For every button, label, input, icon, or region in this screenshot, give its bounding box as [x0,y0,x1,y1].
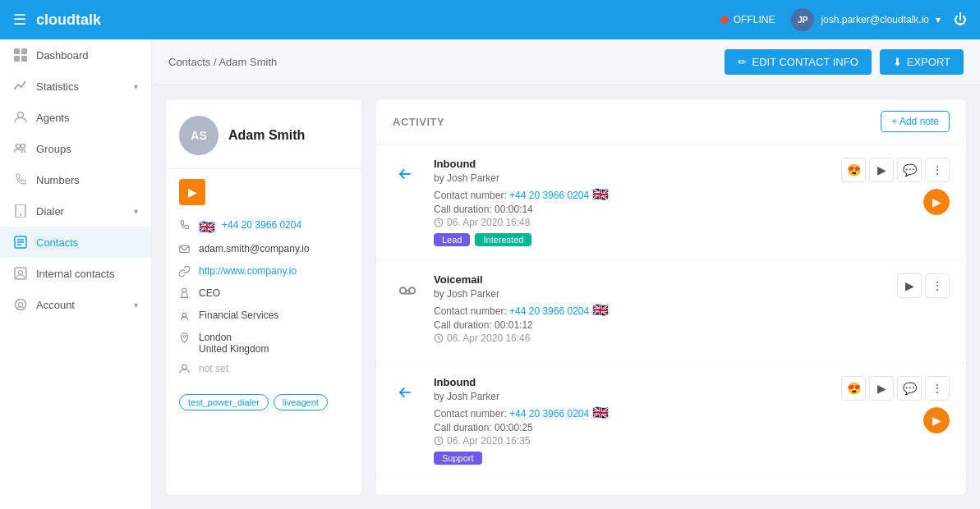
statistics-icon [13,79,28,94]
svg-rect-0 [14,48,20,54]
email-icon [179,244,192,257]
status-label: OFFLINE [734,14,775,25]
phone-link[interactable]: +44 20 3966 0204 [509,190,589,201]
power-icon[interactable]: ⏻ [954,12,967,27]
svg-point-20 [183,335,186,337]
sidebar-item-internal-contacts[interactable]: Internal contacts [0,258,151,289]
sidebar-item-numbers[interactable]: Numbers [0,164,151,195]
inbound-icon [393,378,422,407]
chevron-right-icon: ▾ [134,82,138,91]
flag-uk: 🇬🇧 [592,303,609,317]
dashboard-icon [13,48,28,62]
user-email: josh.parker@cloudtalk.io [821,14,929,25]
contact-badge-row: ▶ [166,169,361,209]
more-button[interactable]: ⋮ [925,376,950,401]
avatar: JP [791,8,814,31]
logo: cloudtalk [36,11,720,29]
label-interested: Interested [475,233,531,246]
contact-card-header: AS Adam Smith [166,99,361,169]
header: ☰ cloudtalk OFFLINE JP josh.parker@cloud… [0,0,980,39]
flag-uk: 🇬🇧 [199,219,215,235]
sidebar-label-contacts: Contacts [36,236,138,249]
role-icon [179,288,192,301]
svg-rect-1 [21,48,27,54]
contact-website[interactable]: http://www.company.io [199,265,297,277]
agents-icon [13,110,28,125]
actions-stack: 😍 ▶ 💬 ⋮ ▶ [841,158,950,215]
sidebar-item-dashboard[interactable]: Dashboard [0,39,151,71]
activity-number: Contact number: +44 20 3966 0204 🇬🇧 [434,405,830,420]
activity-by: by Josh Parker [434,391,830,402]
comment-button[interactable]: 💬 [897,158,922,182]
user-menu[interactable]: JP josh.parker@cloudtalk.io ▾ [791,8,941,31]
play-button[interactable]: ▶ [897,273,922,298]
svg-point-8 [20,213,21,215]
activity-actions: 😍 ▶ 💬 ⋮ ▶ [841,158,950,215]
edit-contact-button[interactable]: ✏ EDIT CONTACT INFO [725,49,871,75]
activity-title: ACTIVITY [393,116,444,128]
groups-icon [13,141,28,156]
sidebar-label-dialer: Dialer [36,205,126,218]
sidebar-label-numbers: Numbers [36,174,138,186]
more-button[interactable]: ⋮ [925,158,950,182]
tag-liveagent[interactable]: liveagent [274,394,328,410]
breadcrumb: Contacts / Adam Smith ✏ EDIT CONTACT INF… [152,39,980,85]
sidebar-item-agents[interactable]: Agents [0,102,151,133]
chevron-down-icon: ▾ [936,14,941,25]
menu-icon[interactable]: ☰ [13,11,26,29]
activity-content: Inbound by Josh Parker Contact number: +… [434,376,830,465]
actions-stack: 😍 ▶ 💬 ⋮ ▶ [841,376,950,433]
contact-owner-field: not set [179,359,348,381]
comment-button[interactable]: 💬 [897,376,922,401]
phone-number[interactable]: +44 20 3966 0204 [222,219,301,231]
export-button[interactable]: ⬇ EXPORT [880,49,964,75]
activity-item: Inbound by Josh Parker Contact number: +… [376,144,966,260]
svg-point-6 [21,144,25,149]
phone-link[interactable]: +44 20 3966 0204 [509,408,589,420]
main-layout: Dashboard Statistics ▾ Agents Groups N [0,39,980,509]
sidebar-item-account[interactable]: Account ▾ [0,289,151,320]
sidebar-item-contacts[interactable]: Contacts [0,227,151,258]
export-icon: ⬇ [893,56,902,68]
avatar: AS [179,116,219,155]
activity-duration: Call duration: 00:00:25 [434,422,830,433]
svg-rect-3 [21,56,27,62]
chevron-right-icon: ▾ [134,300,138,310]
voicemail-icon [393,275,422,305]
add-note-button[interactable]: + Add note [881,111,950,132]
contact-badge[interactable]: ▶ [179,179,205,205]
contact-name: Adam Smith [228,128,305,143]
activity-type: Voicemail [434,273,886,286]
svg-rect-18 [182,289,186,292]
call-back-button[interactable]: ▶ [923,407,950,433]
contact-owner: not set [199,363,228,374]
play-button[interactable]: ▶ [869,376,894,401]
industry-icon [179,310,192,323]
sidebar-label-dashboard: Dashboard [36,49,138,62]
two-panel: AS Adam Smith ▶ 🇬🇧 +44 20 3966 0204 [152,85,980,509]
activity-labels: Lead Interested [434,233,830,246]
activity-time: 06. Apr 2020 16:35 [434,435,830,447]
sidebar-item-statistics[interactable]: Statistics ▾ [0,71,151,102]
contact-email: adam.smith@company.io [199,243,310,254]
edit-icon: ✏ [738,56,747,68]
sidebar-item-dialer[interactable]: Dialer ▾ [0,195,151,227]
call-back-button[interactable]: ▶ [923,189,950,215]
activity-duration: Call duration: 00:01:12 [434,319,886,331]
sidebar-label-account: Account [36,299,126,311]
emoji-reaction-button[interactable]: 😍 [841,158,866,182]
emoji-reaction-button[interactable]: 😍 [841,376,866,401]
numbers-icon [13,172,28,187]
contact-location-field: London United Kingdom [179,328,348,359]
contact-role: CEO [199,287,220,299]
more-button[interactable]: ⋮ [925,273,950,298]
dialer-icon [13,204,28,218]
play-button[interactable]: ▶ [869,158,894,182]
activity-panel: ACTIVITY + Add note Inbound by Josh Park… [375,99,967,496]
owner-icon [179,364,192,377]
svg-point-5 [16,144,21,149]
activity-number: Contact number: +44 20 3966 0204 🇬🇧 [434,302,886,318]
phone-link[interactable]: +44 20 3966 0204 [509,305,589,317]
sidebar-item-groups[interactable]: Groups [0,133,151,164]
tag-power-dialer[interactable]: test_power_dialer [179,394,269,410]
